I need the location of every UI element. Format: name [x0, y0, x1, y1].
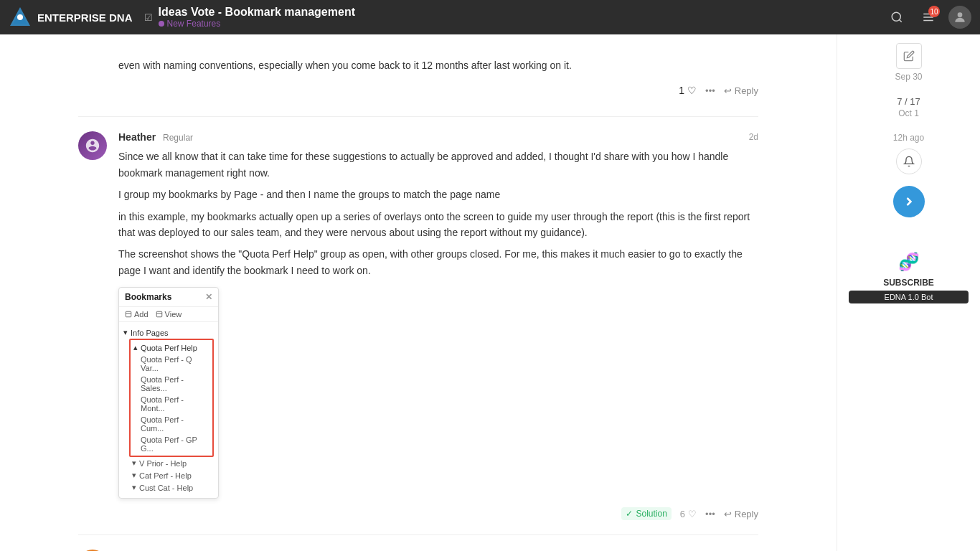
top-more-button[interactable]: •••: [705, 85, 715, 96]
heather-para2: I group my bookmarks by Page - and then …: [118, 187, 758, 202]
site-logo[interactable]: ENTERPRISE DNA: [9, 6, 133, 29]
bm-cust-cat[interactable]: ▾ Cust Cat - Help: [129, 481, 214, 494]
search-button[interactable]: [885, 6, 908, 29]
heather-role: Regular: [163, 133, 193, 143]
time-ago: 12h ago: [849, 133, 969, 143]
avatar[interactable]: [948, 6, 971, 29]
svg-point-3: [892, 12, 900, 21]
heather-post-header: Heather Regular 2d: [118, 131, 758, 143]
top-likes: 1 ♡: [679, 85, 697, 96]
subtitle-dot: [159, 21, 164, 27]
heart-icon2: ♡: [688, 509, 697, 519]
more-dots-icon: •••: [705, 509, 715, 519]
main-content: even with naming conventions, especially…: [0, 34, 837, 551]
edna-bot-badge: EDNA 1.0 Bot: [849, 291, 969, 303]
reply-icon: ↩: [724, 85, 732, 96]
bm-info-pages-header[interactable]: ▾ Info Pages: [123, 326, 214, 339]
bm-item-3[interactable]: Quota Perf - Cum...: [131, 414, 212, 434]
heather-author: Heather: [118, 131, 156, 143]
heather-post-actions: ✓ Solution 6 ♡ ••• ↩ Reply: [118, 507, 758, 520]
subscribe-section: 🧬 SUBSCRIBE EDNA 1.0 Bot: [849, 237, 969, 303]
bm-item-0[interactable]: Quota Perf - Q Var...: [131, 354, 212, 374]
sidebar-right: Sep 30 7 / 17 Oct 1 12h ago: [837, 34, 980, 551]
view-button[interactable]: View: [156, 310, 182, 319]
bm-item-4[interactable]: Quota Perf - GP G...: [131, 434, 212, 454]
partial-post-text: even with naming conventions, especially…: [118, 49, 758, 73]
scroll-button[interactable]: [893, 186, 925, 217]
menu-button[interactable]: 10: [917, 6, 940, 29]
post-top-body: even with naming conventions, especially…: [118, 49, 758, 102]
bm-cat-perf[interactable]: ▾ Cat Perf - Help: [129, 469, 214, 481]
bm-item-2[interactable]: Quota Perf - Mont...: [131, 394, 212, 414]
heather-author-area: Heather Regular: [118, 131, 193, 143]
post-area: even with naming conventions, especially…: [67, 34, 770, 551]
svg-point-2: [17, 14, 23, 20]
notification-badge: 10: [928, 6, 940, 17]
heather-more-button[interactable]: •••: [705, 509, 715, 519]
heather-post-text: Since we all know that it can take time …: [118, 149, 758, 278]
heather-timestamp: 2d: [749, 132, 758, 142]
subscribe-label: SUBSCRIBE: [883, 278, 934, 288]
sidebar-time-section: 12h ago: [849, 133, 969, 223]
pencil-button[interactable]: [896, 43, 922, 69]
heather-post-body: Heather Regular 2d Since we all know tha…: [118, 131, 758, 520]
bookmark-icon: ☑: [144, 12, 153, 23]
navbar-actions: 10: [885, 6, 971, 29]
page-title: Ideas Vote - Bookmark management: [159, 6, 355, 19]
more-icon: •••: [705, 85, 715, 96]
navbar-title-area: ☑ Ideas Vote - Bookmark management New F…: [144, 6, 885, 29]
post-top-partial: even with naming conventions, especially…: [78, 34, 758, 117]
bookmark-toolbar: Add View: [119, 307, 218, 322]
svg-point-8: [958, 12, 963, 17]
subscribe-dna: 🧬 SUBSCRIBE: [849, 252, 969, 288]
bm-item-1[interactable]: Quota Perf - Sales...: [131, 374, 212, 394]
heather-avatar: [78, 131, 107, 160]
bell-button[interactable]: [896, 149, 922, 174]
chevron-right-icon: ▾: [132, 458, 136, 468]
heather-reply-button[interactable]: ↩ Reply: [724, 509, 758, 519]
sidebar-pencil-section: Sep 30: [849, 43, 969, 82]
bm-info-pages: ▾ Info Pages ▴ Quota Perf Help Quot: [119, 325, 218, 495]
heart-icon: ♡: [687, 85, 697, 96]
bm-v-prior[interactable]: ▾ V Prior - Help: [129, 457, 214, 469]
reply-icon2: ↩: [724, 509, 732, 519]
quota-perf-help-header[interactable]: ▴ Quota Perf Help: [131, 342, 212, 354]
chevron-right-icon3: ▾: [132, 483, 136, 492]
chevron-down-icon: ▾: [123, 328, 128, 337]
svg-line-4: [899, 19, 901, 22]
svg-rect-9: [126, 311, 131, 317]
navbar: ENTERPRISE DNA ☑ Ideas Vote - Bookmark m…: [0, 0, 980, 34]
bookmark-list: ▾ Info Pages ▴ Quota Perf Help Quot: [119, 322, 218, 498]
chevron-up-icon: ▴: [133, 343, 138, 352]
solution-icon: ✓: [626, 509, 633, 519]
heather-post: Heather Regular 2d Since we all know tha…: [78, 117, 758, 535]
progress-label: 7 / 17: [849, 96, 969, 107]
sidebar-progress-section: 7 / 17 Oct 1: [849, 96, 969, 118]
dna-icon: 🧬: [898, 252, 920, 272]
page-subtitle: New Features: [159, 19, 355, 29]
top-reply-button[interactable]: ↩ Reply: [724, 85, 758, 96]
logo-text: ENTERPRISE DNA: [37, 11, 133, 24]
page-layout: even with naming conventions, especially…: [0, 34, 980, 551]
solution-badge: ✓ Solution: [621, 507, 671, 520]
sep30-date: Sep 30: [849, 72, 969, 82]
top-actions: 1 ♡ ••• ↩ Reply: [118, 79, 758, 102]
close-icon: ✕: [205, 292, 212, 302]
bookmark-widget-header: Bookmarks ✕: [119, 288, 218, 307]
chevron-right-icon2: ▾: [132, 471, 136, 480]
add-button[interactable]: Add: [125, 310, 149, 319]
bookmark-screenshot: Bookmarks ✕ Add View: [118, 287, 219, 499]
quota-perf-help-group: ▴ Quota Perf Help Quota Perf - Q Var... …: [129, 339, 214, 457]
heather-likes: 6 ♡: [680, 509, 697, 519]
progress-date: Oct 1: [849, 108, 969, 118]
svg-rect-11: [156, 311, 162, 317]
jgriffit-post: J jgriffit 3 ✏ 2d: [78, 535, 758, 551]
